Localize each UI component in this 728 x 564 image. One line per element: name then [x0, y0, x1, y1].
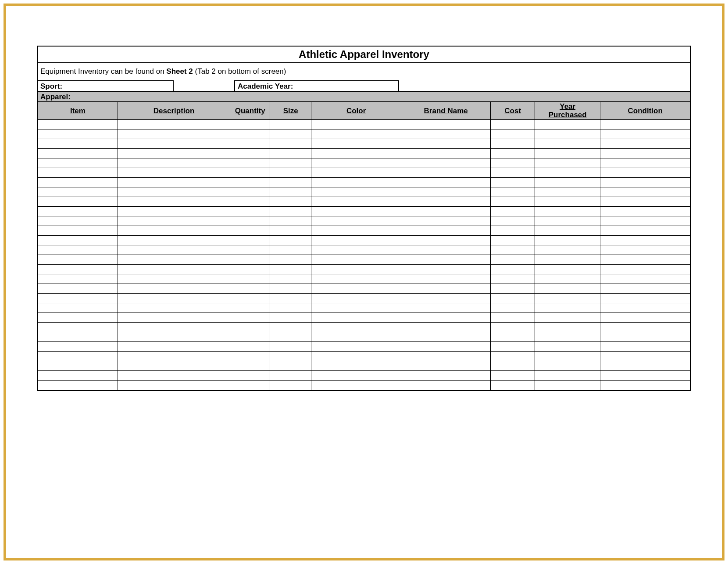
cell-size[interactable] [270, 352, 311, 361]
cell-item[interactable] [38, 255, 118, 265]
cell-item[interactable] [38, 361, 118, 371]
cell-cost[interactable] [491, 294, 535, 303]
cell-description[interactable] [118, 361, 230, 371]
cell-item[interactable] [38, 187, 118, 197]
cell-quantity[interactable] [230, 149, 270, 158]
cell-size[interactable] [270, 178, 311, 187]
cell-item[interactable] [38, 332, 118, 342]
cell-size[interactable] [270, 158, 311, 168]
cell-quantity[interactable] [230, 303, 270, 313]
cell-quantity[interactable] [230, 361, 270, 371]
cell-item[interactable] [38, 245, 118, 255]
cell-quantity[interactable] [230, 274, 270, 284]
cell-size[interactable] [270, 139, 311, 149]
cell-brand[interactable] [401, 313, 491, 323]
cell-brand[interactable] [401, 168, 491, 178]
cell-cost[interactable] [491, 245, 535, 255]
cell-color[interactable] [311, 120, 401, 129]
cell-cost[interactable] [491, 303, 535, 313]
cell-size[interactable] [270, 284, 311, 294]
cell-condition[interactable] [600, 255, 690, 265]
cell-description[interactable] [118, 274, 230, 284]
cell-quantity[interactable] [230, 158, 270, 168]
cell-description[interactable] [118, 207, 230, 216]
cell-size[interactable] [270, 236, 311, 245]
cell-year_purchased[interactable] [535, 294, 600, 303]
cell-size[interactable] [270, 187, 311, 197]
cell-condition[interactable] [600, 168, 690, 178]
cell-quantity[interactable] [230, 120, 270, 129]
cell-quantity[interactable] [230, 216, 270, 226]
cell-size[interactable] [270, 216, 311, 226]
cell-cost[interactable] [491, 381, 535, 390]
cell-color[interactable] [311, 149, 401, 158]
cell-item[interactable] [38, 236, 118, 245]
cell-size[interactable] [270, 197, 311, 207]
cell-brand[interactable] [401, 158, 491, 168]
cell-year_purchased[interactable] [535, 381, 600, 390]
cell-brand[interactable] [401, 245, 491, 255]
cell-brand[interactable] [401, 149, 491, 158]
cell-description[interactable] [118, 168, 230, 178]
cell-quantity[interactable] [230, 371, 270, 381]
cell-color[interactable] [311, 361, 401, 371]
cell-brand[interactable] [401, 265, 491, 274]
cell-quantity[interactable] [230, 129, 270, 139]
cell-item[interactable] [38, 129, 118, 139]
cell-size[interactable] [270, 294, 311, 303]
cell-color[interactable] [311, 245, 401, 255]
cell-description[interactable] [118, 216, 230, 226]
cell-year_purchased[interactable] [535, 313, 600, 323]
cell-item[interactable] [38, 294, 118, 303]
cell-description[interactable] [118, 303, 230, 313]
cell-quantity[interactable] [230, 168, 270, 178]
cell-year_purchased[interactable] [535, 187, 600, 197]
cell-quantity[interactable] [230, 236, 270, 245]
cell-year_purchased[interactable] [535, 236, 600, 245]
cell-item[interactable] [38, 216, 118, 226]
cell-description[interactable] [118, 323, 230, 332]
cell-brand[interactable] [401, 323, 491, 332]
cell-size[interactable] [270, 303, 311, 313]
cell-description[interactable] [118, 284, 230, 294]
cell-condition[interactable] [600, 361, 690, 371]
cell-item[interactable] [38, 139, 118, 149]
cell-size[interactable] [270, 323, 311, 332]
cell-color[interactable] [311, 178, 401, 187]
cell-year_purchased[interactable] [535, 274, 600, 284]
cell-quantity[interactable] [230, 139, 270, 149]
cell-brand[interactable] [401, 216, 491, 226]
cell-description[interactable] [118, 352, 230, 361]
cell-brand[interactable] [401, 197, 491, 207]
cell-description[interactable] [118, 265, 230, 274]
cell-condition[interactable] [600, 245, 690, 255]
cell-description[interactable] [118, 313, 230, 323]
cell-quantity[interactable] [230, 284, 270, 294]
cell-color[interactable] [311, 265, 401, 274]
cell-cost[interactable] [491, 139, 535, 149]
cell-year_purchased[interactable] [535, 265, 600, 274]
cell-year_purchased[interactable] [535, 207, 600, 216]
cell-color[interactable] [311, 342, 401, 352]
cell-cost[interactable] [491, 129, 535, 139]
cell-condition[interactable] [600, 332, 690, 342]
cell-condition[interactable] [600, 381, 690, 390]
cell-description[interactable] [118, 149, 230, 158]
cell-description[interactable] [118, 197, 230, 207]
cell-size[interactable] [270, 361, 311, 371]
cell-color[interactable] [311, 323, 401, 332]
cell-description[interactable] [118, 255, 230, 265]
cell-condition[interactable] [600, 294, 690, 303]
cell-color[interactable] [311, 207, 401, 216]
cell-item[interactable] [38, 274, 118, 284]
cell-brand[interactable] [401, 303, 491, 313]
cell-description[interactable] [118, 236, 230, 245]
cell-year_purchased[interactable] [535, 323, 600, 332]
cell-quantity[interactable] [230, 313, 270, 323]
cell-condition[interactable] [600, 139, 690, 149]
cell-cost[interactable] [491, 323, 535, 332]
cell-size[interactable] [270, 120, 311, 129]
cell-brand[interactable] [401, 371, 491, 381]
cell-color[interactable] [311, 381, 401, 390]
cell-brand[interactable] [401, 226, 491, 236]
